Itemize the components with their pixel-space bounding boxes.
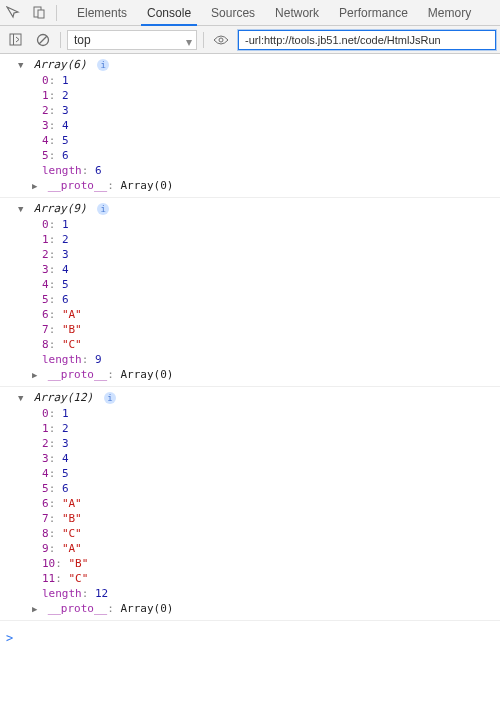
filter-value: -url:http://tools.jb51.net/code/HtmlJsRu…: [245, 34, 441, 46]
array-entry[interactable]: 2: 3: [8, 247, 500, 262]
array-entry[interactable]: 3: 4: [8, 262, 500, 277]
filter-input[interactable]: -url:http://tools.jb51.net/code/HtmlJsRu…: [238, 30, 496, 50]
tab-elements[interactable]: Elements: [67, 0, 137, 26]
array-entry[interactable]: 1: 2: [8, 88, 500, 103]
tab-sources[interactable]: Sources: [201, 0, 265, 26]
disclosure-triangle-icon[interactable]: [18, 390, 27, 406]
array-entry[interactable]: 0: 1: [8, 406, 500, 421]
array-entry[interactable]: 5: 6: [8, 292, 500, 307]
console-prompt[interactable]: >: [0, 627, 500, 645]
info-icon[interactable]: i: [97, 59, 109, 71]
context-selector[interactable]: top ▾: [67, 30, 197, 50]
chevron-down-icon: ▾: [186, 35, 192, 49]
array-entry[interactable]: 8: "C": [8, 337, 500, 352]
array-entry[interactable]: 4: 5: [8, 133, 500, 148]
array-entry[interactable]: 0: 1: [8, 73, 500, 88]
array-header[interactable]: Array(12) i: [8, 390, 500, 406]
array-proto[interactable]: __proto__: Array(0): [8, 178, 500, 194]
devtools-toolbar: ElementsConsoleSourcesNetworkPerformance…: [0, 0, 500, 26]
array-entry[interactable]: 9: "A": [8, 541, 500, 556]
array-header[interactable]: Array(6) i: [8, 57, 500, 73]
array-entry[interactable]: 3: 4: [8, 118, 500, 133]
tab-memory[interactable]: Memory: [418, 0, 481, 26]
array-length[interactable]: length: 12: [8, 586, 500, 601]
array-length[interactable]: length: 6: [8, 163, 500, 178]
array-entry[interactable]: 4: 5: [8, 466, 500, 481]
tab-performance[interactable]: Performance: [329, 0, 418, 26]
console-message: Array(12) i0: 11: 22: 33: 44: 55: 66: "A…: [0, 387, 500, 621]
console-message: Array(6) i0: 11: 22: 33: 44: 55: 6length…: [0, 54, 500, 198]
inspect-icon[interactable]: [0, 0, 26, 26]
tab-console[interactable]: Console: [137, 0, 201, 26]
array-entry[interactable]: 10: "B": [8, 556, 500, 571]
array-entry[interactable]: 11: "C": [8, 571, 500, 586]
disclosure-triangle-icon[interactable]: [32, 367, 41, 383]
console-subbar: top ▾ -url:http://tools.jb51.net/code/Ht…: [0, 26, 500, 54]
disclosure-triangle-icon[interactable]: [18, 57, 27, 73]
array-entry[interactable]: 8: "C": [8, 526, 500, 541]
array-entry[interactable]: 3: 4: [8, 451, 500, 466]
array-entry[interactable]: 6: "A": [8, 496, 500, 511]
eye-icon[interactable]: [210, 29, 232, 51]
array-length[interactable]: length: 9: [8, 352, 500, 367]
disclosure-triangle-icon[interactable]: [32, 178, 41, 194]
array-proto[interactable]: __proto__: Array(0): [8, 601, 500, 617]
array-header[interactable]: Array(9) i: [8, 201, 500, 217]
svg-point-6: [219, 38, 223, 42]
array-entry[interactable]: 2: 3: [8, 103, 500, 118]
array-entry[interactable]: 7: "B": [8, 322, 500, 337]
tab-network[interactable]: Network: [265, 0, 329, 26]
disclosure-triangle-icon[interactable]: [18, 201, 27, 217]
svg-line-5: [39, 36, 47, 44]
array-entry[interactable]: 2: 3: [8, 436, 500, 451]
array-entry[interactable]: 1: 2: [8, 232, 500, 247]
disclosure-triangle-icon[interactable]: [32, 601, 41, 617]
svg-rect-1: [38, 10, 44, 18]
array-proto[interactable]: __proto__: Array(0): [8, 367, 500, 383]
array-entry[interactable]: 5: 6: [8, 148, 500, 163]
array-entry[interactable]: 0: 1: [8, 217, 500, 232]
clear-console-icon[interactable]: [32, 29, 54, 51]
array-entry[interactable]: 6: "A": [8, 307, 500, 322]
info-icon[interactable]: i: [104, 392, 116, 404]
array-entry[interactable]: 4: 5: [8, 277, 500, 292]
sidebar-toggle-icon[interactable]: [4, 29, 26, 51]
prompt-chevron-icon: >: [6, 631, 13, 645]
array-entry[interactable]: 7: "B": [8, 511, 500, 526]
info-icon[interactable]: i: [97, 203, 109, 215]
context-value: top: [74, 33, 91, 47]
array-entry[interactable]: 1: 2: [8, 421, 500, 436]
console-output: Array(6) i0: 11: 22: 33: 44: 55: 6length…: [0, 54, 500, 627]
panel-tabs: ElementsConsoleSourcesNetworkPerformance…: [67, 0, 481, 26]
device-icon[interactable]: [26, 0, 52, 26]
array-entry[interactable]: 5: 6: [8, 481, 500, 496]
console-message: Array(9) i0: 11: 22: 33: 44: 55: 66: "A"…: [0, 198, 500, 387]
